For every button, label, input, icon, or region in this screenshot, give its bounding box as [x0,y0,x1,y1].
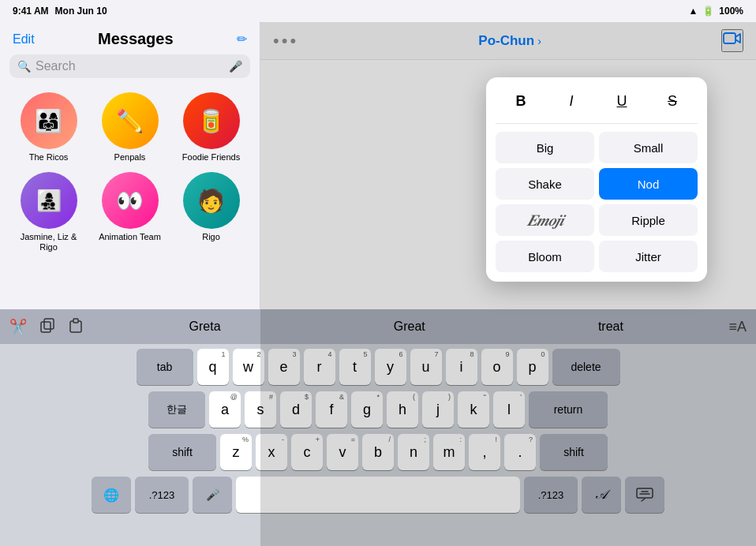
search-icon: 🔍 [17,60,31,73]
format-option-small[interactable]: Small [599,132,698,163]
avatar: 🧑 [183,172,240,229]
messages-header: Edit Messages ✏ [0,22,260,54]
key-globe[interactable]: 🌐 [92,477,131,513]
format-options-grid: Big Small Shake Nod 𝑬𝒎𝒐𝒋𝒊 Ripple Bloom J… [496,132,698,272]
search-input[interactable]: Search [36,59,224,73]
italic-button[interactable]: I [556,87,587,115]
list-item[interactable]: 🥫 Foodie Friends [175,92,247,163]
list-item[interactable]: 👩‍👧‍👦 Jasmine, Liz & Rigo [13,172,84,252]
format-option-emoji-text[interactable]: 𝑬𝒎𝒐𝒋𝒊 [496,204,594,236]
avatar: 🥫 [183,92,240,149]
contact-name: Penpals [114,152,146,163]
contact-name: Rigo [202,232,220,242]
key-a[interactable]: @a [209,391,241,428]
edit-button[interactable]: Edit [13,32,35,47]
key-hangul[interactable]: 한글 [148,391,205,428]
format-option-big[interactable]: Big [496,132,594,163]
messages-title: Messages [98,30,174,48]
svg-rect-1 [41,322,51,332]
key-z[interactable]: %z [220,434,252,470]
copy-button[interactable] [36,314,58,340]
format-option-bloom[interactable]: Bloom [496,241,594,272]
battery-level: 100% [719,6,743,17]
search-bar[interactable]: 🔍 Search 🎤 [9,54,250,78]
contacts-grid: 👨‍👩‍👧 The Ricos ✏️ Penpals 🥫 Foodie Frie… [0,86,260,260]
format-popup: B I U S Big Small Shake Nod 𝑬𝒎𝒐𝒋𝒊 Ripple… [486,77,707,282]
format-icons-row: B I U S [496,87,698,124]
list-item[interactable]: 👨‍👩‍👧 The Ricos [13,92,84,163]
status-bar: 9:41 AM Mon Jun 10 ▲ 🔋 100% [0,0,756,22]
chat-panel: ••• Po-Chun › w or Friday, ok? Hey there [260,22,756,546]
suggestion-greta[interactable]: Greta [183,316,227,337]
list-item[interactable]: 🧑 Rigo [175,172,247,252]
key-numbers[interactable]: .?123 [135,477,189,513]
avatar: 👨‍👩‍👧 [21,92,77,149]
format-option-nod[interactable]: Nod [599,168,698,200]
list-item[interactable]: ✏️ Penpals [94,92,166,163]
avatar: ✏️ [102,92,159,149]
key-q[interactable]: 1q [197,349,229,385]
mic-icon: 🎤 [229,60,242,73]
strikethrough-button[interactable]: S [657,87,688,115]
compose-button[interactable]: ✏ [237,32,247,47]
time: 9:41 AM [13,6,49,17]
wifi-icon: ▲ [688,6,698,17]
avatar: 👀 [102,172,159,229]
key-w[interactable]: 2w [233,349,264,385]
key-tab[interactable]: tab [137,349,193,385]
bold-button[interactable]: B [505,87,537,115]
list-item[interactable]: 👀 Animation Team [94,172,166,252]
underline-button[interactable]: U [606,87,638,115]
contact-name: Animation Team [99,232,161,242]
battery-icon: 🔋 [702,6,714,17]
toolbar-left: ✂️ [6,314,87,340]
format-option-ripple[interactable]: Ripple [599,204,698,236]
contact-name: The Ricos [29,152,69,163]
svg-rect-4 [73,319,78,323]
contact-name: Jasmine, Liz & Rigo [13,232,84,252]
avatar: 👩‍👧‍👦 [21,172,77,229]
svg-rect-2 [44,319,54,329]
format-option-jitter[interactable]: Jitter [599,241,698,272]
paste-button[interactable] [65,314,87,340]
key-shift-left[interactable]: shift [148,434,216,470]
date: Mon Jun 10 [55,6,107,17]
key-microphone[interactable]: 🎤 [193,477,232,513]
cut-button[interactable]: ✂️ [6,315,30,338]
format-option-shake[interactable]: Shake [496,168,594,200]
contact-name: Foodie Friends [182,152,240,163]
